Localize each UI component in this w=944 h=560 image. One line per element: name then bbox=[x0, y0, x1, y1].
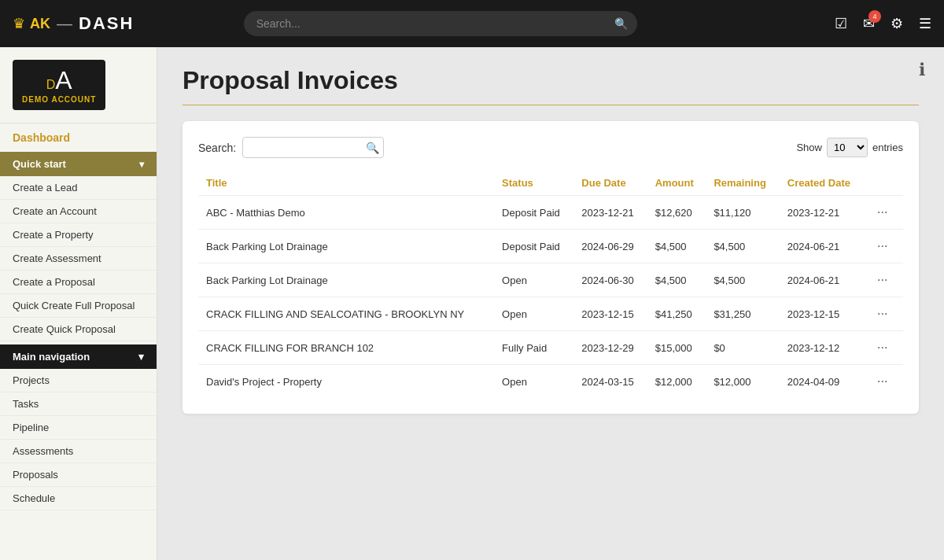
entries-label: entries bbox=[872, 142, 903, 153]
logo-divider: — bbox=[57, 15, 72, 33]
entries-select[interactable]: 10 25 50 100 bbox=[827, 138, 868, 157]
row-amount: $12,000 bbox=[647, 365, 706, 399]
row-remaining: $0 bbox=[706, 331, 779, 365]
sidebar-item-create-lead[interactable]: Create a Lead bbox=[0, 176, 157, 200]
table-search-input[interactable] bbox=[242, 137, 384, 158]
row-status: Open bbox=[494, 297, 573, 331]
row-more-button[interactable]: ··· bbox=[872, 339, 892, 356]
row-created-date: 2024-06-21 bbox=[780, 230, 865, 263]
page-title: Proposal Invoices bbox=[183, 66, 919, 95]
row-status: Deposit Paid bbox=[494, 196, 573, 230]
sidebar-item-proposals[interactable]: Proposals bbox=[0, 463, 157, 487]
table-row: Back Parking Lot Drainage Open 2024-06-3… bbox=[198, 263, 903, 297]
sidebar-item-assessments[interactable]: Assessments bbox=[0, 440, 157, 463]
row-due-date: 2024-03-15 bbox=[573, 365, 647, 399]
row-title: Back Parking Lot Drainage bbox=[198, 230, 494, 263]
col-status[interactable]: Status bbox=[494, 171, 573, 196]
row-due-date: 2023-12-21 bbox=[573, 196, 647, 230]
row-created-date: 2023-12-12 bbox=[780, 331, 865, 365]
row-status: Fully Paid bbox=[494, 331, 573, 365]
col-actions bbox=[865, 171, 903, 196]
main-nav-arrow: ▾ bbox=[138, 351, 144, 363]
row-amount: $4,500 bbox=[647, 263, 706, 297]
top-search-input[interactable] bbox=[244, 11, 637, 36]
menu-icon[interactable]: ☰ bbox=[919, 15, 931, 32]
sidebar-item-pipeline[interactable]: Pipeline bbox=[0, 416, 157, 440]
search-label: Search: bbox=[198, 142, 236, 154]
quick-start-arrow: ▾ bbox=[139, 159, 144, 170]
row-amount: $41,250 bbox=[647, 297, 706, 331]
sidebar-item-create-account[interactable]: Create an Account bbox=[0, 200, 157, 223]
logo-area: ♛ AK — DASH bbox=[13, 13, 138, 34]
row-title: CRACK FILLING AND SEALCOATING - BROOKLYN… bbox=[198, 297, 494, 331]
notification-badge: 4 bbox=[868, 10, 881, 23]
row-created-date: 2023-12-21 bbox=[780, 196, 865, 230]
sidebar-item-quick-create-full[interactable]: Quick Create Full Proposal bbox=[0, 294, 157, 318]
sidebar-item-projects[interactable]: Projects bbox=[0, 369, 157, 392]
col-due-date[interactable]: Due Date bbox=[573, 171, 647, 196]
table-header: Title Status Due Date Amount Remaining C… bbox=[198, 171, 903, 196]
info-icon[interactable]: ℹ bbox=[919, 60, 925, 80]
crown-icon: ♛ bbox=[13, 15, 25, 32]
row-remaining: $11,120 bbox=[706, 196, 779, 230]
row-more-button[interactable]: ··· bbox=[872, 305, 892, 322]
search-wrap: 🔍 bbox=[242, 137, 384, 158]
table-card: Search: 🔍 Show 10 25 50 100 entries bbox=[183, 121, 919, 414]
sidebar-item-create-proposal[interactable]: Create a Proposal bbox=[0, 271, 157, 294]
main-content: ℹ Proposal Invoices Search: 🔍 Show 10 25 bbox=[157, 47, 944, 560]
row-title: Back Parking Lot Drainage bbox=[198, 263, 494, 297]
table-controls: Search: 🔍 Show 10 25 50 100 entries bbox=[198, 137, 903, 158]
page-divider bbox=[183, 105, 919, 105]
main-nav-header[interactable]: Main navigation ▾ bbox=[0, 344, 157, 369]
row-more-button[interactable]: ··· bbox=[872, 373, 892, 390]
table-search-button[interactable]: 🔍 bbox=[366, 142, 379, 154]
table-row: David's Project - Property Open 2024-03-… bbox=[198, 365, 903, 399]
sidebar-item-create-assessment[interactable]: Create Assessment bbox=[0, 247, 157, 271]
row-due-date: 2024-06-29 bbox=[573, 230, 647, 263]
logo-initials: DA bbox=[22, 66, 96, 95]
nav-icons: ☑ ✉ 4 ⚙ ☰ bbox=[835, 15, 931, 32]
table-row: CRACK FILLING FOR BRANCH 102 Fully Paid … bbox=[198, 331, 903, 365]
row-more-button[interactable]: ··· bbox=[872, 238, 892, 255]
sidebar-logo-area: DA DEMO ACCOUNT bbox=[0, 47, 157, 123]
settings-icon[interactable]: ⚙ bbox=[891, 15, 903, 32]
quick-start-section: Quick start ▾ Create a Lead Create an Ac… bbox=[0, 152, 157, 341]
main-nav-items: Projects Tasks Pipeline Assessments Prop… bbox=[0, 369, 157, 510]
table-search-area: Search: 🔍 bbox=[198, 137, 384, 158]
sidebar-item-create-property[interactable]: Create a Property bbox=[0, 223, 157, 247]
table-header-row: Title Status Due Date Amount Remaining C… bbox=[198, 171, 903, 196]
table-body: ABC - Matthias Demo Deposit Paid 2023-12… bbox=[198, 196, 903, 399]
top-search-container: 🔍 bbox=[244, 11, 637, 36]
row-more-button[interactable]: ··· bbox=[872, 204, 892, 221]
logo-dash: DASH bbox=[79, 13, 134, 34]
row-remaining: $4,500 bbox=[706, 263, 779, 297]
col-amount[interactable]: Amount bbox=[647, 171, 706, 196]
row-status: Open bbox=[494, 365, 573, 399]
row-remaining: $12,000 bbox=[706, 365, 779, 399]
sidebar-dashboard[interactable]: Dashboard bbox=[0, 123, 157, 152]
col-remaining[interactable]: Remaining bbox=[706, 171, 779, 196]
quick-start-header[interactable]: Quick start ▾ bbox=[0, 152, 157, 176]
table-row: CRACK FILLING AND SEALCOATING - BROOKLYN… bbox=[198, 297, 903, 331]
logo-d: D bbox=[46, 78, 56, 91]
row-title: CRACK FILLING FOR BRANCH 102 bbox=[198, 331, 494, 365]
col-title[interactable]: Title bbox=[198, 171, 494, 196]
col-created-date[interactable]: Created Date bbox=[780, 171, 865, 196]
quick-start-label: Quick start bbox=[13, 158, 66, 170]
main-nav-label: Main navigation bbox=[13, 351, 90, 363]
row-amount: $15,000 bbox=[647, 331, 706, 365]
row-status: Deposit Paid bbox=[494, 230, 573, 263]
sidebar-item-schedule[interactable]: Schedule bbox=[0, 487, 157, 510]
task-icon[interactable]: ☑ bbox=[835, 15, 847, 32]
row-title: David's Project - Property bbox=[198, 365, 494, 399]
sidebar-item-tasks[interactable]: Tasks bbox=[0, 392, 157, 416]
logo-ak: AK bbox=[30, 16, 50, 32]
row-title: ABC - Matthias Demo bbox=[198, 196, 494, 230]
row-status: Open bbox=[494, 263, 573, 297]
row-due-date: 2023-12-29 bbox=[573, 331, 647, 365]
row-remaining: $4,500 bbox=[706, 230, 779, 263]
sidebar-item-create-quick-proposal[interactable]: Create Quick Proposal bbox=[0, 318, 157, 341]
mail-icon[interactable]: ✉ 4 bbox=[863, 15, 875, 32]
row-more-button[interactable]: ··· bbox=[872, 271, 892, 289]
search-icon: 🔍 bbox=[614, 17, 628, 30]
